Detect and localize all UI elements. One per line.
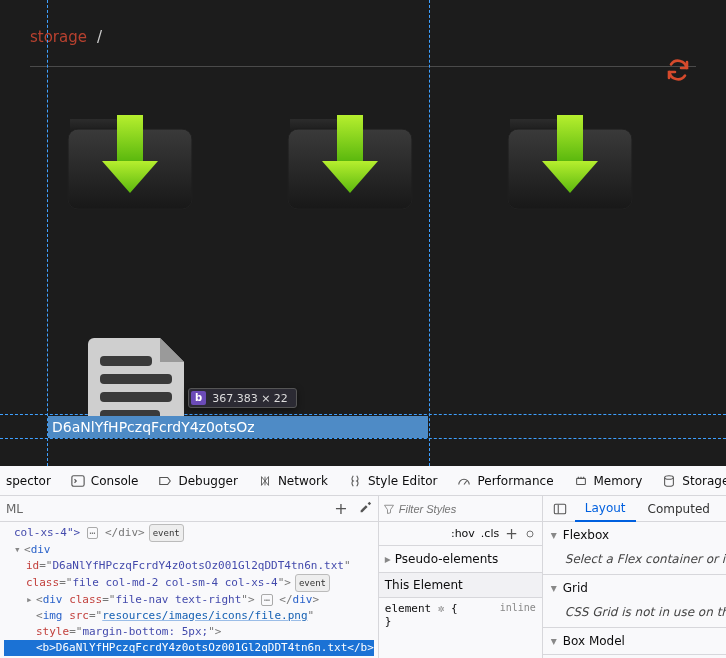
tab-label: Performance [477, 474, 553, 488]
markup-panel: ML + col-xs-4"> ⋯ </div>event <div id="D… [0, 496, 379, 658]
light-icon[interactable] [524, 528, 536, 540]
selected-file-label[interactable]: D6aNlYfHPczqFcrdY4z0otsOz [48, 416, 428, 438]
inspector-guide [0, 438, 726, 439]
folder-download-icon [500, 97, 640, 217]
devtools: spector Console Debugger Network Style E… [0, 466, 726, 658]
box-model-section: Box Model [543, 628, 726, 655]
performance-icon [457, 474, 471, 488]
storage-icon [662, 474, 676, 488]
add-node-button[interactable]: + [334, 499, 347, 518]
css-rule[interactable]: inline element ✲ { } [379, 598, 542, 632]
markup-toolbar: ML + [0, 496, 378, 522]
twisty-icon[interactable] [14, 542, 22, 558]
filter-styles-input[interactable] [399, 503, 538, 515]
selected-dom-node[interactable]: <b>D6aNlYfHPczqFcrdY4z0otsOz001Gl2qDDT4t… [4, 640, 374, 656]
console-icon [71, 474, 85, 488]
debugger-icon [158, 474, 172, 488]
layout-panel: Layout Computed Changes Fon Flexbox Sele… [543, 496, 726, 658]
tab-label: spector [6, 474, 51, 488]
svg-rect-9 [576, 478, 585, 484]
tab-label: Memory [594, 474, 643, 488]
subtab-computed[interactable]: Computed [638, 496, 720, 521]
caret-down-icon [551, 581, 557, 595]
breadcrumb-root[interactable]: storage [30, 28, 87, 46]
tab-label: Storage [682, 474, 726, 488]
inspector-dimension-tooltip: b 367.383 × 22 [188, 388, 297, 408]
devtools-tabstrip: spector Console Debugger Network Style E… [0, 466, 726, 496]
this-element-header: This Element [379, 573, 542, 598]
style-editor-icon [348, 474, 362, 488]
eyedropper-icon[interactable] [358, 499, 372, 513]
tooltip-dimensions: 367.383 × 22 [212, 392, 288, 405]
tab-storage[interactable]: Storage [654, 466, 726, 495]
folder-download-icon [280, 97, 420, 217]
tab-label: Network [278, 474, 328, 488]
tab-inspector[interactable]: spector [6, 466, 59, 495]
caret-down-icon [551, 634, 557, 648]
folder-item[interactable] [280, 97, 420, 217]
tooltip-tagname: b [191, 391, 206, 405]
caret-right-icon [385, 552, 391, 566]
breadcrumb-sep: / [97, 28, 102, 46]
svg-rect-8 [72, 475, 84, 486]
pseudo-elements-section[interactable]: Pseudo-elements [379, 546, 542, 573]
inspector-guide [47, 0, 48, 466]
tab-label: Debugger [178, 474, 237, 488]
styles-panel: :hov .cls + Pseudo-elements This Element… [379, 496, 543, 658]
network-icon [258, 474, 272, 488]
file-manager-pane: storage / [0, 0, 726, 466]
svg-point-11 [527, 531, 533, 537]
twisty-icon[interactable] [26, 592, 34, 608]
tab-performance[interactable]: Performance [449, 466, 561, 495]
dom-tree[interactable]: col-xs-4"> ⋯ </div>event <div id="D6aNlY… [0, 522, 378, 658]
tab-label: Console [91, 474, 139, 488]
breadcrumb-trunc: ML [6, 502, 23, 516]
grid-section: Grid CSS Grid is not in use on this page [543, 575, 726, 628]
breadcrumb: storage / [30, 28, 102, 46]
subtab-changes[interactable]: Changes [722, 496, 726, 521]
file-grid [0, 97, 726, 217]
toggle-hov[interactable]: :hov [451, 527, 475, 540]
tab-network[interactable]: Network [250, 466, 336, 495]
sidebar-toggle-icon[interactable] [547, 502, 573, 516]
subtab-layout[interactable]: Layout [575, 496, 636, 522]
refresh-button[interactable] [666, 58, 690, 82]
divider [30, 66, 696, 67]
svg-rect-12 [554, 504, 565, 514]
add-rule-button[interactable]: + [505, 525, 518, 543]
tab-style-editor[interactable]: Style Editor [340, 466, 445, 495]
folder-item[interactable] [500, 97, 640, 217]
filter-icon [383, 503, 395, 515]
tab-debugger[interactable]: Debugger [150, 466, 245, 495]
memory-icon [574, 474, 588, 488]
inspector-guide [429, 0, 430, 466]
tab-label: Style Editor [368, 474, 437, 488]
folder-item[interactable] [60, 97, 200, 217]
tab-memory[interactable]: Memory [566, 466, 651, 495]
folder-download-icon [60, 97, 200, 217]
flexbox-section: Flexbox Select a Flex container or item … [543, 522, 726, 575]
caret-down-icon [551, 528, 557, 542]
toggle-cls[interactable]: .cls [481, 527, 499, 540]
svg-point-10 [665, 475, 674, 479]
tab-console[interactable]: Console [63, 466, 147, 495]
